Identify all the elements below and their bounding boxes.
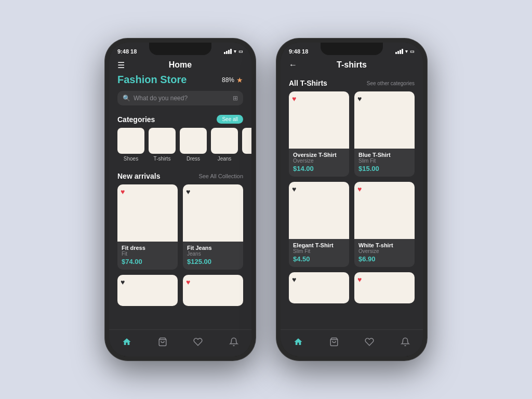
tshirt-card-elegant[interactable]: ♥ Elegant T-Shirt Slim Fit $4.50 bbox=[289, 182, 349, 267]
home-title: Home bbox=[169, 60, 192, 70]
tshirt-card-blue[interactable]: ♥ Blue T-Shirt Slim Fit $15.00 bbox=[354, 91, 415, 177]
filter-icon[interactable]: ⊞ bbox=[233, 95, 238, 102]
nav-home[interactable] bbox=[116, 332, 137, 351]
heart-6[interactable]: ♥ bbox=[357, 275, 362, 284]
categories-header: Categories See all bbox=[109, 110, 251, 128]
heart-fit-dress[interactable]: ♥ bbox=[121, 188, 125, 196]
signal-bars-tshirts bbox=[395, 49, 403, 54]
category-label-jeans: Jeans bbox=[218, 156, 232, 162]
phone-frame-tshirts: 9:48 18 ▾ ▭ ← bbox=[276, 38, 427, 361]
heart-5[interactable]: ♥ bbox=[292, 275, 296, 284]
tshirt-card-oversize[interactable]: ♥ Oversize T-Shirt Oversize $14.00 bbox=[289, 91, 349, 177]
tshirt-name-blue: Blue T-Shirt bbox=[358, 152, 410, 158]
tshirts-section-header: All T-Shirts See other categories bbox=[281, 75, 423, 91]
product-image-fit-dress: ♥ bbox=[117, 184, 178, 242]
heart-blue[interactable]: ♥ bbox=[357, 95, 362, 103]
product-card-fit-dress[interactable]: ♥ Fit dress Fit $74.00 bbox=[117, 184, 178, 270]
tshirt-price-blue: $15.00 bbox=[358, 165, 410, 172]
tshirt-image-elegant: ♥ bbox=[289, 182, 349, 239]
phone-screen-home: 9:48 18 ▾ ▭ ☰ bbox=[109, 43, 251, 356]
home-product-grid: ♥ Fit dress Fit $74.00 ♥ bbox=[109, 184, 251, 311]
tshirts-nav-bell[interactable] bbox=[395, 332, 416, 351]
status-time-home: 9:48 18 bbox=[117, 48, 137, 55]
battery-icon-home: ▭ bbox=[238, 49, 243, 54]
phone-frame-home: 9:48 18 ▾ ▭ ☰ bbox=[105, 38, 256, 361]
tshirt-type-elegant: Slim Fit bbox=[293, 248, 345, 254]
tshirts-grid: ♥ Oversize T-Shirt Oversize $14.00 ♥ bbox=[281, 91, 423, 309]
tshirt-card-white[interactable]: ♥ White T-shirt Oversize $6.90 bbox=[354, 182, 415, 267]
tshirts-nav-home[interactable] bbox=[288, 332, 309, 351]
nav-heart[interactable] bbox=[188, 332, 208, 351]
category-shoes[interactable]: Shoes bbox=[117, 128, 144, 162]
store-branding: Fashion Store 88% ★ bbox=[117, 74, 243, 86]
categories-row: Shoes T-shirts Dress Jeans bbox=[109, 128, 251, 167]
product-info-fit-jeans: Fit Jeans Jeans $125.00 bbox=[183, 242, 243, 270]
nav-bell[interactable] bbox=[223, 332, 244, 351]
rating-value: 88% bbox=[222, 76, 234, 84]
see-all-button[interactable]: See all bbox=[217, 115, 243, 124]
hamburger-menu[interactable]: ☰ bbox=[117, 60, 125, 70]
product-image-fit-jeans: ♥ bbox=[183, 184, 243, 242]
search-bar[interactable]: 🔍 What do you need? ⊞ bbox=[117, 91, 243, 105]
tshirt-type-oversize: Oversize bbox=[293, 158, 345, 164]
home-bottom-nav bbox=[109, 329, 251, 356]
category-tshirts[interactable]: T-shirts bbox=[149, 128, 176, 162]
heart-white[interactable]: ♥ bbox=[357, 185, 362, 193]
product-image-3: ♥ bbox=[117, 275, 178, 306]
phone-screen-tshirts: 9:48 18 ▾ ▭ ← bbox=[281, 43, 423, 356]
tshirt-price-elegant: $4.50 bbox=[293, 255, 345, 263]
tshirt-price-white: $6.90 bbox=[358, 255, 410, 263]
category-label-dress: Dress bbox=[187, 156, 200, 162]
store-name: Fashion Store bbox=[117, 74, 187, 86]
status-icons-tshirts: ▾ ▭ bbox=[395, 49, 415, 54]
category-thumb-dress bbox=[180, 128, 207, 154]
heart-3[interactable]: ♥ bbox=[121, 278, 125, 286]
wifi-icon-tshirts: ▾ bbox=[405, 49, 408, 54]
category-thumb-tshirts bbox=[149, 128, 176, 154]
tshirts-nav-heart[interactable] bbox=[359, 332, 380, 351]
product-card-3[interactable]: ♥ bbox=[117, 275, 178, 306]
see-all-collection-link[interactable]: See All Collection bbox=[198, 173, 243, 179]
tshirts-bottom-nav bbox=[281, 329, 423, 356]
tshirt-card-6[interactable]: ♥ bbox=[354, 272, 415, 303]
tshirt-name-white: White T-shirt bbox=[358, 242, 410, 248]
new-arrivals-label: New arrivals bbox=[117, 172, 161, 180]
category-ha[interactable]: Ha bbox=[242, 128, 251, 162]
back-button[interactable]: ← bbox=[289, 60, 297, 70]
signal-bars-home bbox=[224, 49, 232, 54]
tshirts-phone: 9:48 18 ▾ ▭ ← bbox=[276, 38, 427, 361]
category-label-shoes: Shoes bbox=[124, 156, 138, 162]
product-name-fit-jeans: Fit Jeans bbox=[187, 245, 239, 251]
battery-icon-tshirts: ▭ bbox=[410, 49, 415, 54]
home-header: ☰ Home Fashion Store 88% ★ 🔍 What do you… bbox=[109, 57, 251, 110]
category-dress[interactable]: Dress bbox=[180, 128, 207, 162]
notch-tshirts bbox=[321, 43, 383, 55]
heart-oversize[interactable]: ♥ bbox=[292, 95, 296, 103]
tshirt-image-5: ♥ bbox=[289, 272, 349, 303]
tshirt-price-oversize: $14.00 bbox=[293, 165, 345, 172]
wifi-icon-home: ▾ bbox=[234, 49, 236, 54]
tshirt-card-5[interactable]: ♥ bbox=[289, 272, 349, 303]
categories-label: Categories bbox=[117, 115, 155, 124]
new-arrivals-header: New arrivals See All Collection bbox=[109, 167, 251, 184]
product-name-fit-dress: Fit dress bbox=[122, 245, 174, 251]
heart-elegant[interactable]: ♥ bbox=[292, 185, 296, 193]
product-info-fit-dress: Fit dress Fit $74.00 bbox=[117, 242, 178, 270]
category-jeans[interactable]: Jeans bbox=[211, 128, 238, 162]
search-placeholder: What do you need? bbox=[134, 95, 230, 102]
tshirts-screen-content: ← T-shirts All T-Shirts See other catego… bbox=[281, 57, 423, 329]
tshirts-nav-bag[interactable] bbox=[324, 332, 344, 351]
heart-4[interactable]: ♥ bbox=[186, 278, 190, 286]
search-icon: 🔍 bbox=[123, 95, 130, 102]
status-time-tshirts: 9:48 18 bbox=[289, 48, 308, 55]
heart-fit-jeans[interactable]: ♥ bbox=[186, 188, 190, 196]
product-card-fit-jeans[interactable]: ♥ Fit Jeans Jeans $125.00 bbox=[183, 184, 243, 270]
store-rating: 88% ★ bbox=[222, 76, 243, 84]
header-top: ☰ Home bbox=[117, 60, 243, 70]
tshirts-title: T-shirts bbox=[337, 60, 367, 70]
other-categories-link[interactable]: See other categories bbox=[367, 81, 415, 86]
product-price-fit-dress: $74.00 bbox=[122, 258, 174, 265]
nav-bag[interactable] bbox=[152, 332, 173, 351]
product-image-4: ♥ bbox=[183, 275, 243, 306]
product-card-4[interactable]: ♥ bbox=[183, 275, 243, 306]
